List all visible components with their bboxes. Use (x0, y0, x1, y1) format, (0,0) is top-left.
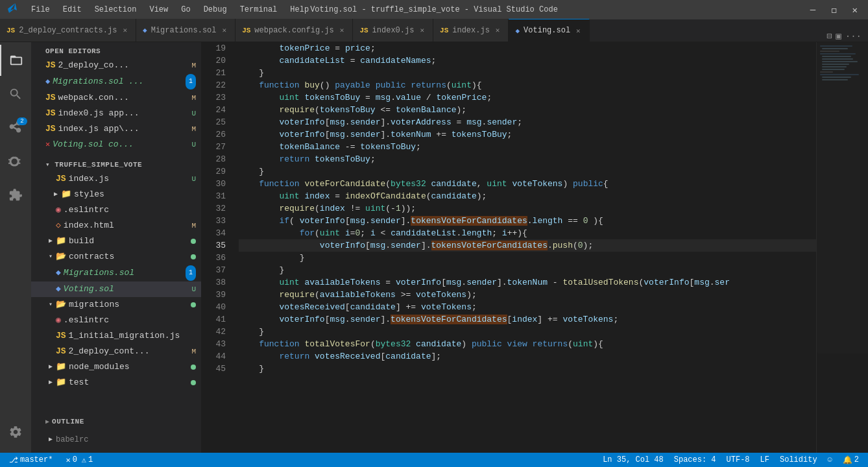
notification-count: 2 (854, 455, 859, 464)
tab-label: 2_deploy_contracts.js (19, 26, 117, 35)
tree-test[interactable]: ▶ 📁 test (31, 375, 201, 390)
file-badge-u: U (191, 138, 196, 152)
git-dot (191, 380, 196, 385)
encoding[interactable]: UTF-8 (724, 455, 753, 464)
title-bar-menu: File Edit Selection View Go Debug Termin… (26, 4, 314, 16)
file-badge-m: M (191, 344, 196, 359)
tree-contracts[interactable]: ▾ 📂 contracts (31, 249, 201, 265)
file-badge-u: U (191, 106, 196, 121)
tab-bar-more-icon[interactable]: ··· (845, 31, 862, 42)
line-num-36: 36 (206, 252, 226, 264)
app-icon (6, 3, 18, 18)
js-icon: JS (242, 27, 250, 34)
open-editor-webpack[interactable]: JS webpack.con... M (31, 90, 201, 106)
folder-arrow: ▶ (51, 187, 61, 202)
tree-migrations[interactable]: ▾ 📂 migrations (31, 297, 201, 313)
tree-1initial[interactable]: JS 1_initial_migration.js (31, 328, 201, 344)
tab-deploy[interactable]: JS 2_deploy_contracts.js ✕ (0, 19, 136, 42)
line-num-35: 35 (206, 239, 226, 252)
activity-search[interactable] (0, 78, 31, 110)
tree-label: test (69, 376, 89, 390)
folder-icon: 📂 (56, 298, 66, 312)
menu-view[interactable]: View (144, 4, 173, 16)
tab-close-indexjs[interactable]: ✕ (494, 25, 502, 35)
file-badge-u: U (191, 172, 196, 186)
project-title: ▾ TRUFFLE_SIMPLE_VOTE (31, 155, 201, 171)
error-num: 0 (73, 455, 77, 464)
tree-label: 2_deploy_cont... (69, 344, 150, 359)
tree-migrationsol[interactable]: ◆ Migrations.sol 1 (31, 265, 201, 281)
bell-icon: 🔔 (843, 455, 852, 465)
open-editor-indexjs[interactable]: JS index.js app\... M (31, 121, 201, 137)
activity-extensions[interactable] (0, 180, 31, 211)
cursor-position[interactable]: Ln 35, Col 48 (600, 455, 666, 464)
close-button[interactable]: ✕ (849, 3, 862, 17)
js-file-icon: JS (56, 329, 66, 343)
tab-close-voting[interactable]: ✕ (574, 26, 583, 36)
activity-explorer[interactable] (0, 45, 31, 76)
line-ending[interactable]: LF (758, 455, 772, 464)
code-line-35: voterInfo[msg.sender].tokensVoteForCandi… (239, 239, 816, 252)
activity-settings[interactable] (0, 416, 31, 448)
open-editor-voting[interactable]: ✕ Voting.sol co... U (31, 137, 201, 152)
tree-indexjs[interactable]: JS index.js U (31, 171, 201, 187)
line-num-19: 19 (206, 42, 226, 54)
tab-migrations[interactable]: ◆ Migrations.sol ✕ (136, 19, 235, 42)
menu-go[interactable]: Go (176, 4, 195, 16)
tab-bar-layout-icon[interactable]: ▣ (836, 30, 841, 42)
tree-nodemodules[interactable]: ▶ 📁 node_modules (31, 359, 201, 375)
tab-close-migrations[interactable]: ✕ (221, 25, 229, 35)
tree-label: Migrations.sol (64, 266, 134, 280)
menu-file[interactable]: File (26, 4, 55, 16)
tree-eslintrc2[interactable]: ◉ .eslintrc (31, 313, 201, 328)
restore-button[interactable]: ◻ (827, 3, 840, 17)
open-editor-deploy[interactable]: JS 2_deploy_co... M (31, 58, 201, 73)
code-line-29: } (239, 165, 816, 178)
activity-debug[interactable] (0, 146, 31, 177)
menu-selection[interactable]: Selection (90, 4, 142, 16)
git-branch[interactable]: ⎇ master* (6, 455, 55, 465)
language-text: Solidity (780, 455, 817, 464)
tab-indexjs[interactable]: JS index.js ✕ (433, 19, 509, 42)
code-editor[interactable]: tokenPrice = price; candidateList = cand… (234, 42, 816, 453)
menu-terminal[interactable]: Terminal (235, 4, 283, 16)
indentation[interactable]: Spaces: 4 (671, 455, 719, 464)
folder-arrow: ▶ (45, 376, 56, 390)
tree-2deploy[interactable]: JS 2_deploy_cont... M (31, 344, 201, 359)
minimize-button[interactable]: — (806, 3, 819, 16)
activity-scm[interactable]: 2 (0, 112, 31, 143)
menu-debug[interactable]: Debug (199, 4, 232, 16)
tab-close-index0[interactable]: ✕ (418, 25, 426, 35)
code-line-28: return tokensToBuy; (239, 153, 816, 165)
tab-close-deploy[interactable]: ✕ (121, 25, 129, 35)
outline-toggle[interactable]: ▶ OUTLINE (45, 418, 187, 425)
code-line-21: } (239, 67, 816, 79)
folder-arrow: ▶ (45, 433, 56, 447)
code-line-22: function buy() payable public returns(ui… (239, 79, 816, 91)
tab-bar-split-icon[interactable]: ⊟ (826, 30, 832, 42)
menu-edit[interactable]: Edit (58, 4, 87, 16)
smiley-icon[interactable]: ☺ (825, 455, 835, 464)
tab-webpack[interactable]: JS webpack.config.js ✕ (235, 19, 353, 42)
error-count[interactable]: ✕ 0 ⚠ 1 (63, 455, 95, 465)
tab-close-webpack[interactable]: ✕ (338, 25, 346, 35)
line-num-39: 39 (206, 289, 226, 301)
tab-index0[interactable]: JS index0.js ✕ (353, 19, 433, 42)
notifications[interactable]: 🔔 2 (840, 455, 862, 465)
language-mode[interactable]: Solidity (777, 455, 820, 464)
line-num-21: 21 (206, 67, 226, 79)
babelrc-item[interactable]: ▶ babelrc (31, 431, 201, 453)
tab-voting[interactable]: ◆ Voting.sol ✕ (509, 19, 589, 42)
open-editor-index0[interactable]: JS index0.js app... U (31, 106, 201, 121)
js-file-icon: JS (45, 122, 56, 136)
js-file-icon: JS (56, 344, 66, 359)
code-line-41: voterInfo[msg.sender].tokensVoteForCandi… (239, 313, 816, 326)
tree-indexhtml[interactable]: ◇ index.html M (31, 218, 201, 234)
tree-styles[interactable]: ▶ 📁 styles (31, 187, 201, 202)
open-editor-migrations[interactable]: ◆ Migrations.sol ... 1 (31, 73, 201, 90)
tree-eslintrc[interactable]: ◉ .eslintrc (31, 202, 201, 218)
tree-votingsol[interactable]: ◆ Voting.sol U (31, 281, 201, 297)
tree-build[interactable]: ▶ 📁 build (31, 234, 201, 249)
code-line-24: require(tokensToBuy <= tokenBalance); (239, 104, 816, 116)
code-line-40: votesReceived[candidate] += voteTokens; (239, 301, 816, 313)
